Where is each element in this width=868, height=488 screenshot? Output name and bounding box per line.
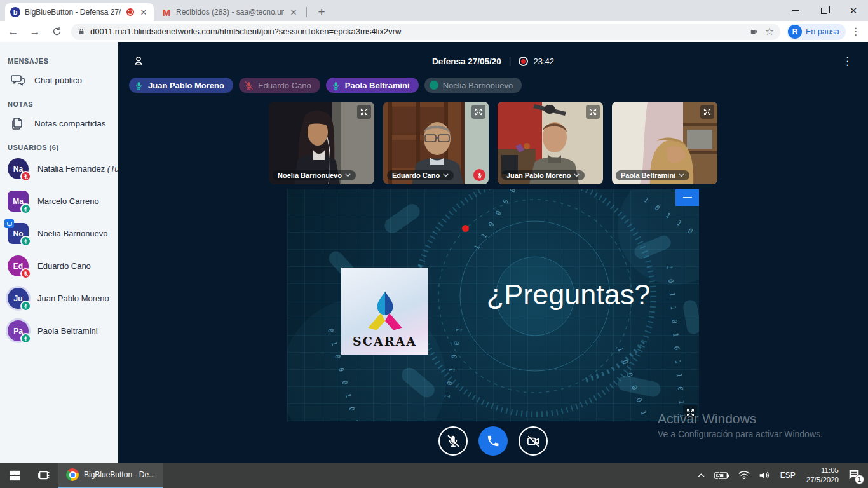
tab-recording-icon xyxy=(126,8,134,16)
mute-microphone-button[interactable] xyxy=(438,426,468,456)
wifi-icon[interactable] xyxy=(734,471,754,480)
profile-chip[interactable]: R En pausa xyxy=(787,24,846,40)
user-list-item-marcelo[interactable]: Ma Marcelo Carreno xyxy=(0,185,118,217)
tab-divider xyxy=(306,7,307,17)
chevron-down-icon xyxy=(679,173,684,177)
tray-chevron-up-icon[interactable] xyxy=(693,473,710,478)
chat-icon xyxy=(10,72,25,88)
battery-icon[interactable] xyxy=(710,471,734,480)
webcam-name-dropdown[interactable]: Eduardo Cano xyxy=(387,170,454,180)
presentation-fullscreen-icon[interactable] xyxy=(683,405,697,419)
webcam-juan[interactable]: Juan Pablo Moreno xyxy=(498,102,603,184)
talker-pill-noelia[interactable]: Noelia Barrionuevo xyxy=(424,78,522,93)
share-webcam-button[interactable] xyxy=(519,426,548,456)
window-close-button[interactable]: ✕ xyxy=(839,0,868,21)
sidebar-item-public-chat[interactable]: Chat público xyxy=(0,66,118,94)
scaraa-logo: SCARAA xyxy=(341,268,428,355)
profile-avatar: R xyxy=(788,25,802,39)
avatar: Ju xyxy=(8,288,29,309)
back-icon[interactable]: ← xyxy=(5,24,22,40)
start-button[interactable] xyxy=(0,463,29,488)
webcam-eduardo[interactable]: Eduardo Cano xyxy=(383,102,489,184)
tab-bigbluebutton[interactable]: b BigBlueButton - Defensa 27/ ✕ xyxy=(5,3,154,21)
mic-muted-icon xyxy=(244,81,254,90)
url-text[interactable]: d0011.rna1.blindsidenetworks.com/html5cl… xyxy=(90,27,743,36)
webcam-muted-badge xyxy=(473,169,485,181)
taskbar-chrome-item[interactable]: BigBlueButton - De... xyxy=(58,463,163,488)
talker-pill-juan[interactable]: Juan Pablo Moreno xyxy=(129,78,233,93)
mic-on-badge xyxy=(20,333,31,344)
desktop-screen: b BigBlueButton - Defensa 27/ ✕ M Recibi… xyxy=(0,0,868,488)
webcam-name-dropdown[interactable]: Paola Beltramini xyxy=(616,170,689,180)
lock-icon[interactable] xyxy=(78,28,85,36)
window-controls: ✕ xyxy=(780,0,868,21)
webcam-noelia[interactable]: Noelia Barrionuevo xyxy=(269,102,374,184)
speaker-icon[interactable] xyxy=(754,471,775,480)
messages-section-label: MENSAJES xyxy=(8,57,118,65)
bigbluebutton-favicon-icon: b xyxy=(10,7,20,17)
tab-title: BigBlueButton - Defensa 27/ xyxy=(25,8,122,17)
chevron-down-icon xyxy=(574,173,580,177)
task-view-button[interactable] xyxy=(29,463,58,488)
fullscreen-icon[interactable] xyxy=(471,105,485,119)
browser-menu-icon[interactable]: ⋮ xyxy=(851,25,861,37)
webcam-off-icon xyxy=(526,434,541,449)
meeting-header: Defensa 27/05/20 | 23:42 ⋮ xyxy=(118,55,868,71)
browser-titlebar: b BigBlueButton - Defensa 27/ ✕ M Recibi… xyxy=(0,0,868,21)
mic-muted-badge xyxy=(20,268,31,279)
meeting-main-area: Defensa 27/05/20 | 23:42 ⋮ Juan Pablo Mo… xyxy=(118,42,868,463)
new-tab-button[interactable]: + xyxy=(313,3,330,21)
leave-audio-button[interactable] xyxy=(478,426,508,456)
meeting-title: Defensa 27/05/20 xyxy=(432,57,501,66)
window-restore-button[interactable] xyxy=(810,0,839,21)
user-list-item-noelia[interactable]: No Noelia Barrionuevo xyxy=(0,217,118,250)
window-minimize-button[interactable] xyxy=(780,0,810,21)
user-list-item-eduardo[interactable]: Ed Eduardo Cano xyxy=(0,250,118,282)
clock[interactable]: 11:05 27/5/2020 xyxy=(801,466,844,485)
webcam-paola[interactable]: Paola Beltramini xyxy=(612,102,717,184)
notification-badge: 1 xyxy=(855,475,864,484)
listen-only-icon xyxy=(430,81,438,90)
slide-headline-text: ¿Preguntas? xyxy=(446,278,691,311)
gmail-favicon-icon: M xyxy=(161,7,172,17)
tab-close-icon[interactable]: ✕ xyxy=(139,8,149,17)
tab-close-icon[interactable]: ✕ xyxy=(288,8,299,17)
address-bar[interactable]: d0011.rna1.blindsidenetworks.com/html5cl… xyxy=(71,24,780,40)
talker-pill-paola[interactable]: Paola Beltramini xyxy=(326,78,419,93)
avatar: Na xyxy=(8,158,29,179)
avatar: Ed xyxy=(8,255,29,276)
mic-on-badge xyxy=(20,236,31,247)
fullscreen-icon[interactable] xyxy=(700,105,714,119)
user-list-item-paola[interactable]: Pa Paola Beltramini xyxy=(0,315,118,347)
webcam-row: Noelia Barrionuevo xyxy=(118,102,868,184)
camera-in-use-icon[interactable] xyxy=(749,27,760,36)
presentation-minimize-button[interactable] xyxy=(675,189,699,206)
recording-indicator[interactable]: 23:42 xyxy=(519,57,554,66)
meeting-sidebar: MENSAJES Chat público NOTAS Notas compar… xyxy=(0,42,118,463)
user-list-item-juan[interactable]: Ju Juan Pablo Moreno xyxy=(0,282,118,315)
fullscreen-icon[interactable] xyxy=(357,105,371,119)
system-tray: ESP 11:05 27/5/2020 1 xyxy=(693,463,868,488)
refresh-icon[interactable] xyxy=(48,24,65,40)
options-menu-icon[interactable]: ⋮ xyxy=(842,55,853,68)
presenter-badge-icon xyxy=(4,219,14,228)
webcam-name-dropdown[interactable]: Noelia Barrionuevo xyxy=(273,170,356,180)
users-section-label: USUARIOS (6) xyxy=(8,144,118,151)
presentation-area[interactable]: 1 1 0 0 0 0 1 0 1 0 0 0 1 0 1 1 0 1 1 0 … xyxy=(287,189,699,421)
talker-pill-eduardo[interactable]: Eduardo Cano xyxy=(239,78,320,93)
tab-gmail[interactable]: M Recibidos (283) - saa@tecno.unc ✕ xyxy=(156,3,304,21)
forward-icon[interactable]: → xyxy=(27,24,43,40)
sidebar-item-shared-notes[interactable]: Notas compartidas xyxy=(0,109,118,137)
user-list-item-natalia[interactable]: Na Natalia Fernandez (Tu) xyxy=(0,152,118,185)
fullscreen-icon[interactable] xyxy=(586,105,600,119)
tab-title: Recibidos (283) - saa@tecno.unc xyxy=(176,8,284,17)
mic-on-badge xyxy=(20,301,31,311)
notification-center-icon[interactable]: 1 xyxy=(844,468,868,483)
chrome-icon xyxy=(66,468,79,481)
webcam-name-dropdown[interactable]: Juan Pablo Moreno xyxy=(501,170,585,180)
avatar: No xyxy=(8,223,29,244)
mic-icon xyxy=(134,81,144,90)
bookmark-star-icon[interactable]: ☆ xyxy=(765,25,774,37)
talker-pills-row: Juan Pablo Moreno Eduardo Cano Paola Bel… xyxy=(129,78,522,93)
language-indicator[interactable]: ESP xyxy=(775,471,801,480)
